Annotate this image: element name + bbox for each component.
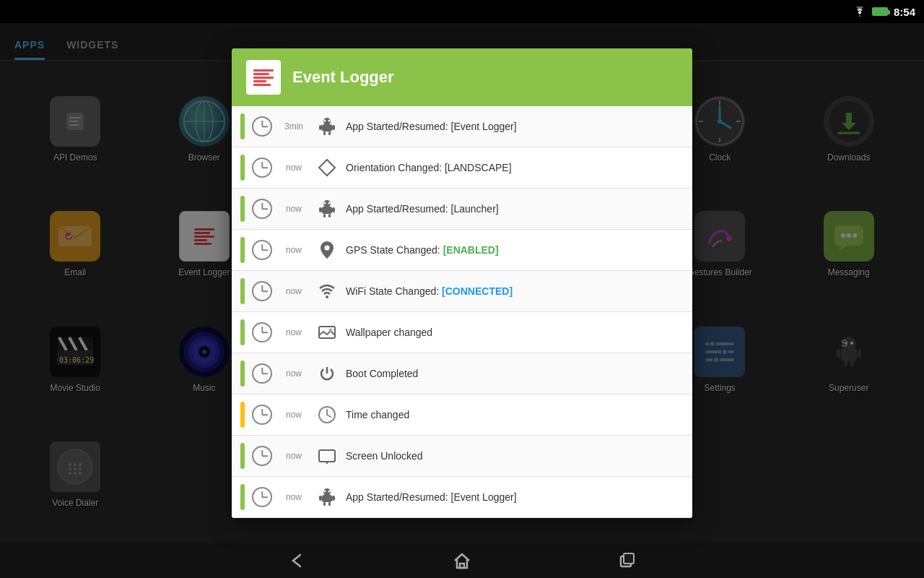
log-indicator (240, 443, 245, 469)
recent-apps-button[interactable] (616, 551, 637, 571)
log-indicator (240, 278, 245, 304)
svg-rect-96 (460, 564, 464, 568)
log-time-label: 3min (279, 121, 308, 131)
log-message: Boot Completed (346, 368, 684, 379)
log-time-label: now (279, 163, 308, 173)
log-time-label: now (279, 410, 308, 420)
svg-point-71 (328, 120, 331, 122)
log-time-icon (252, 446, 272, 466)
log-entry: now App Started/Resumed: [Event Logger] (232, 477, 692, 518)
svg-point-94 (324, 491, 326, 493)
svg-rect-91 (332, 496, 335, 501)
svg-point-79 (328, 202, 331, 204)
dialog-title: Event Logger (292, 68, 394, 87)
log-event-icon-clock (315, 403, 339, 426)
svg-rect-85 (319, 450, 335, 462)
svg-rect-67 (332, 125, 335, 130)
log-indicator (240, 155, 245, 181)
log-indicator (240, 237, 245, 263)
log-event-icon-orient (315, 156, 339, 179)
log-event-icon-gps (315, 238, 339, 262)
log-time-icon (252, 487, 272, 507)
event-logger-dialog: Event Logger 3min (232, 48, 692, 518)
log-time-icon (252, 199, 272, 219)
log-indicator (240, 196, 245, 222)
log-time-icon (252, 405, 272, 425)
svg-rect-90 (319, 496, 322, 501)
log-event-icon-wifi (315, 280, 339, 303)
log-event-icon-screen (315, 444, 339, 467)
svg-rect-65 (322, 124, 332, 131)
log-event-icon-power (315, 362, 339, 385)
log-indicator (240, 484, 245, 510)
log-entry: now Wallpaper changed (232, 312, 692, 353)
log-entry: now Time changed (232, 394, 692, 436)
log-time-label: now (279, 286, 308, 296)
svg-rect-74 (319, 207, 322, 212)
svg-point-78 (324, 202, 326, 204)
log-message: WiFi State Changed: [CONNECTED] (346, 285, 684, 297)
dialog-overlay: Event Logger 3min (0, 23, 924, 543)
wifi-status-icon (853, 7, 866, 17)
svg-point-81 (326, 296, 328, 298)
svg-rect-93 (328, 502, 331, 506)
log-time-label: now (279, 451, 308, 461)
log-entry: now GPS State Changed: [ENABLED] (232, 230, 692, 271)
log-indicator (240, 113, 245, 139)
svg-rect-92 (323, 502, 326, 506)
highlight-connected: [CONNECTED] (442, 285, 513, 297)
log-event-icon-android (315, 115, 339, 138)
log-message: Wallpaper changed (346, 327, 684, 338)
log-event-icon-android2 (315, 197, 339, 220)
log-time-label: now (279, 327, 308, 337)
log-time-icon (252, 158, 272, 178)
back-button[interactable] (287, 551, 308, 571)
log-message: App Started/Resumed: [Event Logger] (346, 491, 684, 503)
log-message: GPS State Changed: [ENABLED] (346, 244, 684, 256)
log-list: 3min App Started/Resumed: [Event Logger] (232, 106, 692, 518)
log-time-icon (252, 322, 272, 342)
log-time-icon (252, 116, 272, 137)
svg-point-83 (329, 329, 333, 332)
log-entry: now Screen Unlocked (232, 436, 692, 477)
log-message: App Started/Resumed: [Launcher] (346, 203, 684, 215)
nav-bar (0, 543, 924, 578)
log-indicator (240, 319, 245, 345)
svg-rect-68 (323, 131, 326, 135)
svg-rect-98 (624, 553, 634, 564)
svg-rect-77 (328, 214, 331, 217)
svg-point-95 (328, 491, 331, 493)
log-time-label: now (279, 492, 308, 502)
svg-point-80 (325, 246, 330, 251)
log-message: Orientation Changed: [LANDSCAPE] (346, 162, 684, 173)
log-time-label: now (279, 368, 308, 379)
svg-rect-75 (332, 207, 335, 212)
log-message: Screen Unlocked (346, 450, 684, 462)
highlight-enabled: [ENABLED] (443, 244, 499, 256)
svg-rect-66 (319, 125, 322, 130)
log-entry: now Orientation Changed: [LANDSCAPE] (232, 147, 692, 189)
log-time-icon (252, 240, 272, 260)
svg-rect-89 (322, 495, 332, 502)
status-bar: 8:54 (0, 0, 924, 23)
log-entry: 3min App Started/Resumed: [Event Logger] (232, 106, 692, 147)
svg-rect-69 (328, 131, 331, 135)
log-entry: now WiFi State Changed: [CONNECTED] (232, 271, 692, 312)
home-button[interactable] (452, 551, 472, 571)
svg-rect-73 (322, 207, 332, 214)
log-indicator (240, 361, 245, 387)
log-entry: now Boot Completed (232, 353, 692, 394)
log-time-icon (252, 281, 272, 301)
dialog-header-icon (246, 60, 281, 95)
status-time: 8:54 (894, 6, 915, 18)
log-time-label: now (279, 204, 308, 214)
svg-rect-76 (323, 214, 326, 217)
battery-icon (872, 7, 888, 16)
log-time-label: now (279, 245, 308, 255)
log-message: Time changed (346, 409, 684, 420)
log-indicator-yellow (240, 402, 245, 428)
log-event-icon-android3 (315, 486, 339, 509)
log-event-icon-image (315, 321, 339, 344)
dialog-header: Event Logger (232, 48, 692, 106)
log-time-icon (252, 363, 272, 384)
